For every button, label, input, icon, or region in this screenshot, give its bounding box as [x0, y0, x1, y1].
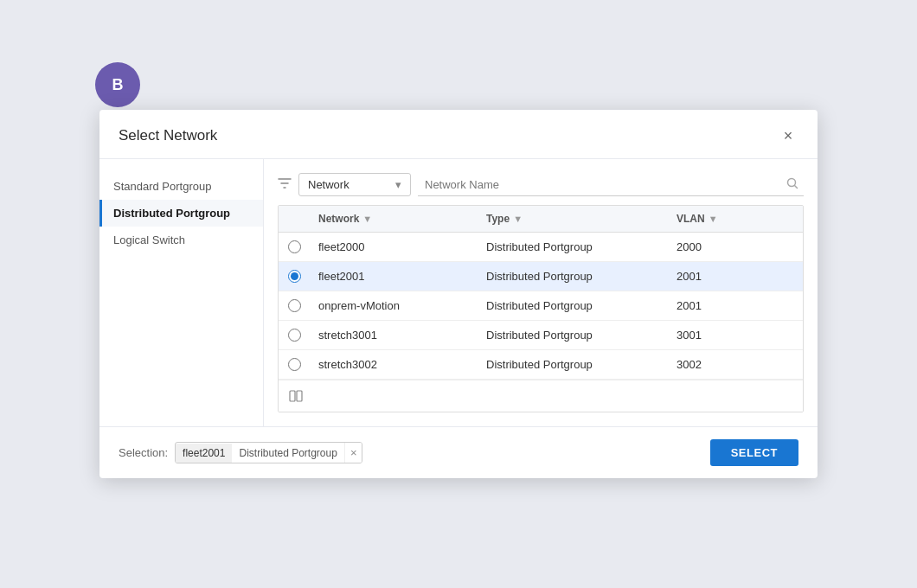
selection-tag: fleet2001 Distributed Portgroup × — [175, 442, 362, 463]
row-3-network: stretch3001 — [310, 321, 478, 349]
th-network: Network ▼ — [310, 206, 478, 232]
table-body: fleet2000 Distributed Portgroup 2000 fle… — [279, 233, 803, 380]
sidebar-item-standard-portgroup[interactable]: Standard Portgroup — [99, 173, 263, 200]
select-network-modal: Select Network × Standard Portgroup Dist… — [99, 110, 818, 478]
search-wrapper — [418, 174, 804, 196]
row-1-type: Distributed Portgroup — [478, 262, 668, 291]
row-0-radio[interactable] — [288, 240, 301, 253]
row-0-actions — [772, 240, 803, 255]
table-header: Network ▼ Type ▼ VLAN ▼ — [279, 206, 803, 233]
filter-icon — [278, 176, 292, 193]
row-1-network: fleet2001 — [310, 262, 478, 291]
row-4-vlan: 3002 — [668, 350, 772, 379]
table-footer — [279, 380, 803, 412]
row-4-actions — [772, 357, 803, 373]
tag-type: Distributed Portgroup — [232, 444, 343, 463]
table-row: stretch3002 Distributed Portgroup 3002 — [279, 350, 803, 380]
type-column-filter[interactable]: ▼ — [513, 214, 523, 224]
modal-footer: Selection: fleet2001 Distributed Portgro… — [99, 426, 818, 478]
row-4-select-cell — [279, 350, 310, 379]
row-3-select-cell — [279, 321, 310, 349]
row-1-select-cell — [279, 262, 310, 291]
row-2-type: Distributed Portgroup — [478, 291, 668, 320]
row-3-type: Distributed Portgroup — [478, 321, 668, 349]
filter-dropdown-value: Network — [308, 178, 349, 191]
row-0-network: fleet2000 — [310, 233, 478, 261]
column-chooser-button[interactable] — [287, 387, 305, 405]
modal-body: Standard Portgroup Distributed Portgroup… — [99, 159, 818, 426]
filter-bar: Network ▾ — [278, 173, 804, 196]
network-name-search[interactable] — [418, 174, 804, 196]
table-row: fleet2000 Distributed Portgroup 2000 — [279, 233, 803, 262]
table-row: fleet2001 Distributed Portgroup 2001 — [279, 262, 803, 291]
modal-overlay: Select Network × Standard Portgroup Dist… — [0, 0, 917, 588]
selection-area: Selection: fleet2001 Distributed Portgro… — [119, 442, 362, 463]
row-1-radio[interactable] — [288, 270, 301, 283]
row-2-network: onprem-vMotion — [310, 291, 478, 320]
modal-title: Select Network — [119, 127, 217, 144]
svg-rect-1 — [290, 391, 295, 401]
row-1-vlan: 2001 — [668, 262, 772, 291]
row-2-actions — [772, 298, 803, 314]
chevron-down-icon: ▾ — [395, 178, 401, 191]
select-button[interactable]: SELECT — [710, 439, 798, 466]
row-2-vlan: 2001 — [668, 291, 772, 320]
row-0-type: Distributed Portgroup — [478, 233, 668, 261]
row-4-network: stretch3002 — [310, 350, 478, 379]
svg-rect-2 — [297, 391, 302, 401]
vlan-column-filter[interactable]: ▼ — [709, 214, 718, 224]
modal-header: Select Network × — [99, 110, 818, 159]
row-0-select-cell — [279, 233, 310, 261]
table-row: stretch3001 Distributed Portgroup 3001 — [279, 321, 803, 350]
close-button[interactable]: × — [778, 125, 798, 146]
row-2-select-cell — [279, 291, 310, 320]
content-area: Network ▾ — [264, 159, 818, 426]
selection-label: Selection: — [119, 446, 168, 459]
row-3-actions — [772, 328, 803, 343]
table-row: onprem-vMotion Distributed Portgroup 200… — [279, 291, 803, 321]
row-4-radio[interactable] — [288, 358, 301, 371]
tag-close-button[interactable]: × — [344, 443, 362, 463]
search-icon — [786, 177, 798, 192]
network-filter-dropdown[interactable]: Network ▾ — [298, 173, 411, 196]
th-type: Type ▼ — [478, 206, 668, 232]
row-3-radio[interactable] — [288, 329, 301, 342]
th-select — [279, 206, 310, 232]
row-3-vlan: 3001 — [668, 321, 772, 349]
row-0-vlan: 2000 — [668, 233, 772, 261]
network-column-filter[interactable]: ▼ — [362, 214, 372, 224]
row-1-actions — [772, 269, 803, 284]
th-vlan: VLAN ▼ — [668, 206, 772, 232]
sidebar-item-distributed-portgroup[interactable]: Distributed Portgroup — [99, 200, 263, 227]
th-actions — [772, 206, 803, 232]
data-table: Network ▼ Type ▼ VLAN ▼ — [278, 205, 804, 412]
sidebar: Standard Portgroup Distributed Portgroup… — [99, 159, 264, 426]
row-2-radio[interactable] — [288, 299, 301, 312]
sidebar-item-logical-switch[interactable]: Logical Switch — [99, 227, 263, 253]
row-4-type: Distributed Portgroup — [478, 350, 668, 379]
tag-name: fleet2001 — [176, 444, 232, 463]
